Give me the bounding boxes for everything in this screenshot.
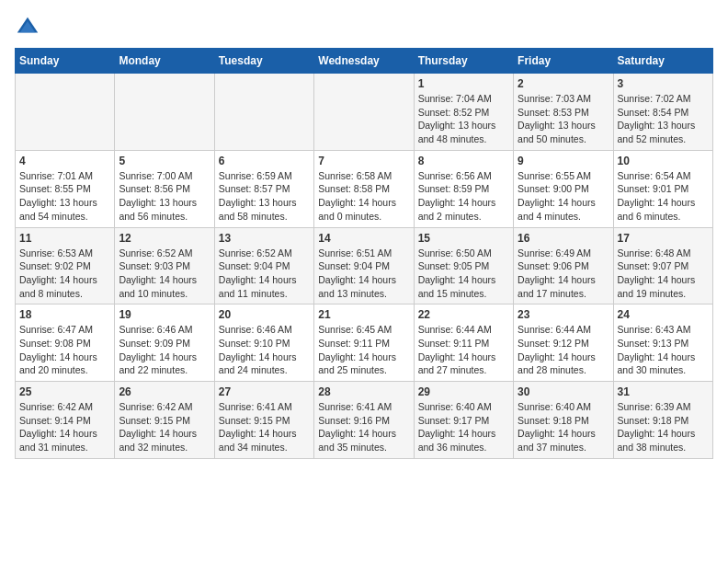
day-number: 26	[119, 385, 210, 398]
calendar-cell: 24Sunrise: 6:43 AM Sunset: 9:13 PM Dayli…	[613, 304, 712, 382]
calendar-cell: 9Sunrise: 6:55 AM Sunset: 9:00 PM Daylig…	[514, 150, 613, 227]
day-number: 8	[418, 155, 509, 167]
day-info: Sunrise: 6:50 AM Sunset: 9:05 PM Dayligh…	[418, 247, 509, 301]
calendar-cell	[314, 74, 414, 151]
day-info: Sunrise: 6:40 AM Sunset: 9:17 PM Dayligh…	[418, 400, 509, 454]
calendar-cell: 21Sunrise: 6:45 AM Sunset: 9:11 PM Dayli…	[314, 304, 414, 382]
day-number: 1	[418, 77, 509, 90]
weekday-header-tuesday: Tuesday	[214, 49, 313, 74]
day-info: Sunrise: 6:51 AM Sunset: 9:04 PM Dayligh…	[318, 247, 409, 301]
calendar-cell: 2Sunrise: 7:03 AM Sunset: 8:53 PM Daylig…	[514, 74, 613, 151]
day-number: 14	[318, 232, 409, 245]
day-info: Sunrise: 6:52 AM Sunset: 9:03 PM Dayligh…	[119, 247, 210, 301]
day-info: Sunrise: 7:04 AM Sunset: 8:52 PM Dayligh…	[418, 92, 509, 146]
day-number: 4	[19, 155, 110, 167]
calendar-week-4: 18Sunrise: 6:47 AM Sunset: 9:08 PM Dayli…	[16, 304, 713, 382]
weekday-row: SundayMondayTuesdayWednesdayThursdayFrid…	[16, 49, 713, 74]
calendar-cell: 12Sunrise: 6:52 AM Sunset: 9:03 PM Dayli…	[115, 227, 214, 304]
calendar-cell: 22Sunrise: 6:44 AM Sunset: 9:11 PM Dayli…	[414, 304, 513, 382]
day-number: 21	[318, 308, 409, 321]
weekday-header-saturday: Saturday	[613, 49, 712, 74]
day-info: Sunrise: 6:48 AM Sunset: 9:07 PM Dayligh…	[618, 247, 709, 301]
calendar-cell: 26Sunrise: 6:42 AM Sunset: 9:15 PM Dayli…	[115, 382, 214, 459]
calendar-cell: 7Sunrise: 6:58 AM Sunset: 8:58 PM Daylig…	[314, 150, 414, 227]
calendar-cell: 16Sunrise: 6:49 AM Sunset: 9:06 PM Dayli…	[514, 227, 613, 304]
calendar-week-2: 4Sunrise: 7:01 AM Sunset: 8:55 PM Daylig…	[16, 150, 713, 227]
day-number: 28	[318, 385, 409, 398]
day-number: 17	[618, 232, 709, 245]
day-info: Sunrise: 6:54 AM Sunset: 9:01 PM Dayligh…	[618, 169, 709, 224]
day-number: 6	[219, 155, 310, 167]
day-number: 3	[618, 77, 709, 90]
calendar-week-3: 11Sunrise: 6:53 AM Sunset: 9:02 PM Dayli…	[16, 227, 713, 304]
weekday-header-wednesday: Wednesday	[314, 49, 414, 74]
day-number: 31	[618, 385, 709, 398]
calendar-cell: 15Sunrise: 6:50 AM Sunset: 9:05 PM Dayli…	[414, 227, 513, 304]
day-number: 7	[318, 155, 409, 167]
calendar-cell: 20Sunrise: 6:46 AM Sunset: 9:10 PM Dayli…	[214, 304, 313, 382]
calendar-cell: 1Sunrise: 7:04 AM Sunset: 8:52 PM Daylig…	[414, 74, 513, 151]
calendar-cell: 14Sunrise: 6:51 AM Sunset: 9:04 PM Dayli…	[314, 227, 414, 304]
day-number: 29	[418, 385, 509, 398]
day-number: 10	[618, 155, 709, 167]
day-number: 9	[518, 155, 609, 167]
day-info: Sunrise: 7:01 AM Sunset: 8:55 PM Dayligh…	[19, 169, 110, 224]
day-info: Sunrise: 6:58 AM Sunset: 8:58 PM Dayligh…	[318, 169, 409, 224]
day-number: 11	[19, 232, 110, 245]
day-info: Sunrise: 6:53 AM Sunset: 9:02 PM Dayligh…	[19, 247, 110, 301]
weekday-header-sunday: Sunday	[16, 49, 115, 74]
day-info: Sunrise: 6:41 AM Sunset: 9:16 PM Dayligh…	[318, 400, 409, 454]
calendar-table: SundayMondayTuesdayWednesdayThursdayFrid…	[15, 48, 713, 459]
day-info: Sunrise: 6:56 AM Sunset: 8:59 PM Dayligh…	[418, 169, 509, 224]
day-number: 24	[618, 308, 709, 321]
day-info: Sunrise: 6:59 AM Sunset: 8:57 PM Dayligh…	[219, 169, 310, 224]
day-info: Sunrise: 7:02 AM Sunset: 8:54 PM Dayligh…	[618, 92, 709, 146]
calendar-cell: 25Sunrise: 6:42 AM Sunset: 9:14 PM Dayli…	[16, 382, 115, 459]
calendar-cell: 13Sunrise: 6:52 AM Sunset: 9:04 PM Dayli…	[214, 227, 313, 304]
day-info: Sunrise: 7:03 AM Sunset: 8:53 PM Dayligh…	[518, 92, 609, 146]
calendar-cell: 5Sunrise: 7:00 AM Sunset: 8:56 PM Daylig…	[115, 150, 214, 227]
calendar-cell: 8Sunrise: 6:56 AM Sunset: 8:59 PM Daylig…	[414, 150, 513, 227]
calendar-cell: 23Sunrise: 6:44 AM Sunset: 9:12 PM Dayli…	[514, 304, 613, 382]
weekday-header-monday: Monday	[115, 49, 214, 74]
day-number: 27	[219, 385, 310, 398]
calendar-cell: 17Sunrise: 6:48 AM Sunset: 9:07 PM Dayli…	[613, 227, 712, 304]
page-header	[15, 15, 713, 40]
day-number: 20	[219, 308, 310, 321]
day-info: Sunrise: 6:42 AM Sunset: 9:15 PM Dayligh…	[119, 400, 210, 454]
day-info: Sunrise: 6:47 AM Sunset: 9:08 PM Dayligh…	[19, 323, 110, 377]
day-info: Sunrise: 6:45 AM Sunset: 9:11 PM Dayligh…	[318, 323, 409, 377]
day-info: Sunrise: 6:40 AM Sunset: 9:18 PM Dayligh…	[518, 400, 609, 454]
logo	[15, 15, 44, 40]
calendar-week-1: 1Sunrise: 7:04 AM Sunset: 8:52 PM Daylig…	[16, 74, 713, 151]
calendar-cell	[214, 74, 313, 151]
day-number: 23	[518, 308, 609, 321]
day-info: Sunrise: 6:46 AM Sunset: 9:10 PM Dayligh…	[219, 323, 310, 377]
day-info: Sunrise: 6:39 AM Sunset: 9:18 PM Dayligh…	[618, 400, 709, 454]
day-info: Sunrise: 6:52 AM Sunset: 9:04 PM Dayligh…	[219, 247, 310, 301]
weekday-header-thursday: Thursday	[414, 49, 513, 74]
calendar-week-5: 25Sunrise: 6:42 AM Sunset: 9:14 PM Dayli…	[16, 382, 713, 459]
day-number: 19	[119, 308, 210, 321]
weekday-header-friday: Friday	[514, 49, 613, 74]
calendar-cell: 28Sunrise: 6:41 AM Sunset: 9:16 PM Dayli…	[314, 382, 414, 459]
day-number: 22	[418, 308, 509, 321]
day-number: 18	[19, 308, 110, 321]
calendar-body: 1Sunrise: 7:04 AM Sunset: 8:52 PM Daylig…	[16, 74, 713, 459]
calendar-header: SundayMondayTuesdayWednesdayThursdayFrid…	[16, 49, 713, 74]
calendar-cell: 30Sunrise: 6:40 AM Sunset: 9:18 PM Dayli…	[514, 382, 613, 459]
day-number: 5	[119, 155, 210, 167]
day-info: Sunrise: 6:44 AM Sunset: 9:11 PM Dayligh…	[418, 323, 509, 377]
day-number: 2	[518, 77, 609, 90]
day-info: Sunrise: 6:41 AM Sunset: 9:15 PM Dayligh…	[219, 400, 310, 454]
calendar-cell: 10Sunrise: 6:54 AM Sunset: 9:01 PM Dayli…	[613, 150, 712, 227]
calendar-cell: 6Sunrise: 6:59 AM Sunset: 8:57 PM Daylig…	[214, 150, 313, 227]
calendar-cell: 19Sunrise: 6:46 AM Sunset: 9:09 PM Dayli…	[115, 304, 214, 382]
day-info: Sunrise: 6:55 AM Sunset: 9:00 PM Dayligh…	[518, 169, 609, 224]
calendar-cell: 4Sunrise: 7:01 AM Sunset: 8:55 PM Daylig…	[16, 150, 115, 227]
day-number: 15	[418, 232, 509, 245]
day-info: Sunrise: 6:44 AM Sunset: 9:12 PM Dayligh…	[518, 323, 609, 377]
day-number: 12	[119, 232, 210, 245]
day-number: 25	[19, 385, 110, 398]
day-number: 16	[518, 232, 609, 245]
